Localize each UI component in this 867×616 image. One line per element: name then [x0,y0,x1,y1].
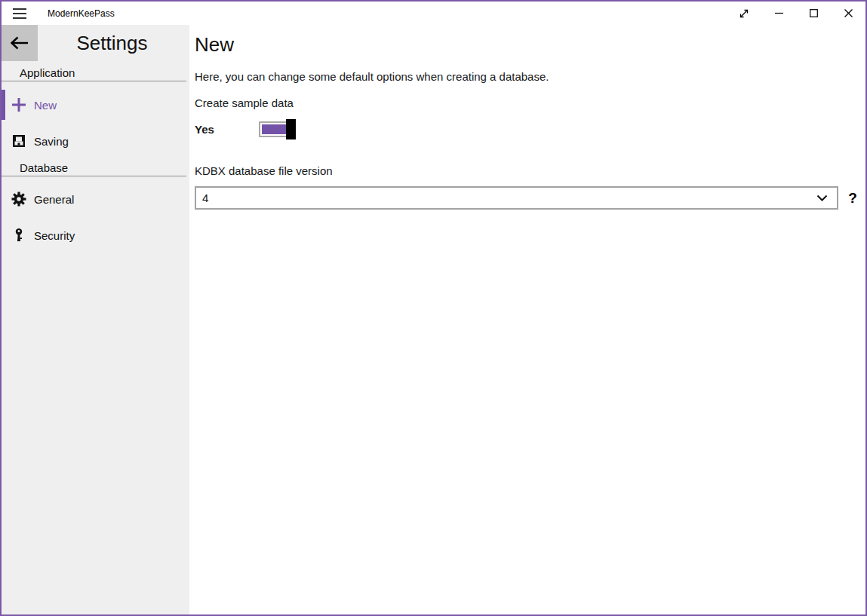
gear-icon [11,192,26,207]
fullscreen-button[interactable] [727,2,761,25]
chevron-down-icon [816,195,828,201]
settings-sidebar: Settings Application New [2,25,189,614]
save-icon [11,133,26,149]
maximize-button[interactable] [796,2,831,25]
sidebar-item-new[interactable]: New [2,87,189,123]
close-icon [844,9,853,17]
window-controls [727,2,865,25]
page-description: Here, you can change some default option… [195,70,859,83]
back-arrow-icon [11,36,29,50]
key-icon [11,228,26,243]
hamburger-icon [13,8,26,20]
toggle-thumb[interactable] [286,119,296,139]
kdbx-version-help-button[interactable]: ? [846,190,859,207]
kdbx-version-label: KDBX database file version [195,164,859,177]
create-sample-data-row: Yes [195,119,859,139]
maximize-icon [810,9,818,17]
settings-title: Settings [38,32,186,55]
page-title: New [195,32,859,57]
kdbx-version-row: 4 ? [195,186,859,210]
fullscreen-icon [739,8,749,19]
sidebar-item-label: Saving [34,135,69,148]
minimize-icon [775,9,783,17]
app-window: ModernKeePass [0,0,867,616]
sidebar-item-label: New [34,99,57,112]
section-header-database: Database [2,161,186,176]
back-button[interactable] [2,25,38,61]
minimize-button[interactable] [761,2,796,25]
plus-icon [11,97,26,112]
section-header-application: Application [2,66,186,81]
close-button[interactable] [831,2,865,25]
sidebar-item-general[interactable]: General [2,181,189,217]
toggle-state-label: Yes [195,123,259,136]
hamburger-menu-button[interactable] [2,2,38,25]
settings-page-new: New Here, you can change some default op… [189,25,865,614]
sidebar-item-saving[interactable]: Saving [2,123,189,159]
kdbx-version-dropdown[interactable]: 4 [195,186,838,210]
sidebar-item-label: Security [34,229,75,242]
kdbx-version-selected-value: 4 [202,192,816,204]
sidebar-item-label: General [34,193,74,206]
create-sample-data-toggle[interactable] [259,121,296,137]
title-bar: ModernKeePass [2,2,865,25]
create-sample-data-label: Create sample data [195,97,859,109]
app-body: Settings Application New [2,25,865,614]
sidebar-item-security[interactable]: Security [2,217,189,253]
app-title: ModernKeePass [48,8,115,19]
